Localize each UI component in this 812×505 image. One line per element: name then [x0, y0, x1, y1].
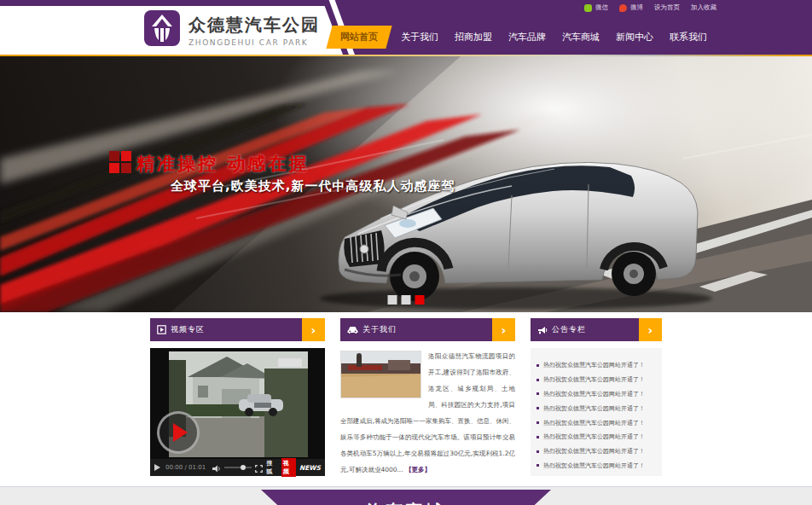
carousel-dot-2[interactable]	[402, 295, 411, 305]
nav-item-contact[interactable]: 联系我们	[665, 31, 711, 44]
video-more-arrow[interactable]: ›	[302, 318, 325, 341]
video-section-title: 视频专区	[171, 324, 205, 335]
hero-banner: 精准操控 动感在握 全球平台,欧美技术,新一代中高级私人动感座驾	[0, 56, 812, 312]
notice-more-arrow[interactable]: ›	[639, 318, 662, 341]
add-favorite-link[interactable]: 加入收藏	[691, 3, 716, 12]
notice-item[interactable]: 热烈祝贺众德慧汽车公园网站开通了！	[536, 401, 656, 415]
volume-icon[interactable]	[212, 460, 221, 476]
about-more-link[interactable]: 【更多】	[405, 466, 431, 473]
nav-item-about[interactable]: 关于我们	[397, 31, 443, 44]
notice-column: 公告专栏 › 热烈祝贺众德慧汽车公园网站开通了！ 热烈祝贺众德慧汽车公园网站开通…	[531, 318, 662, 476]
nav-item-brands[interactable]: 汽车品牌	[504, 31, 550, 44]
notice-item[interactable]: 热烈祝贺众德慧汽车公园网站开通了！	[536, 415, 656, 430]
video-section-header: 视频专区 ›	[150, 318, 325, 341]
content-section: 视频专区 ›	[0, 312, 812, 486]
car-icon	[347, 326, 358, 334]
bullet-icon	[536, 421, 539, 424]
video-player[interactable]: 00:00 / 01:01 搜狐 视频 NEWS	[150, 348, 325, 476]
logo-english: ZHONGDEHUI CAR PARK	[188, 38, 320, 47]
bullet-icon	[536, 392, 539, 395]
about-section-header: 关于我们 ›	[340, 318, 515, 341]
bullet-icon	[536, 407, 539, 409]
video-play-button[interactable]	[157, 411, 200, 454]
footer-section-strip: 汽车商城	[0, 486, 812, 505]
about-column: 关于我们 › 洛阳众德慧汽车物流园项目的开工,建设得	[340, 318, 515, 476]
play-icon	[173, 423, 188, 442]
wechat-link[interactable]: 微信	[584, 3, 608, 12]
nav-item-home[interactable]: 网站首页	[326, 26, 392, 49]
logo-name: 众德慧汽车公园	[188, 14, 320, 37]
wechat-icon	[584, 4, 592, 12]
notice-item[interactable]: 热烈祝贺众德慧汽车公园网站开通了！	[536, 358, 656, 373]
site-logo[interactable]: 众德慧汽车公园 ZHONGDEHUI CAR PARK	[143, 9, 320, 50]
weibo-link[interactable]: 微博	[619, 3, 643, 12]
nav-item-news[interactable]: 新闻中心	[612, 31, 658, 44]
carousel-dot-3[interactable]	[415, 295, 425, 305]
logo-text: 众德慧汽车公园 ZHONGDEHUI CAR PARK	[188, 14, 320, 47]
bullet-icon	[536, 436, 539, 438]
notice-list: 热烈祝贺众德慧汽车公园网站开通了！ 热烈祝贺众德慧汽车公园网站开通了！ 热烈祝贺…	[531, 348, 662, 476]
nav-item-mall[interactable]: 汽车商城	[558, 31, 604, 44]
logo-lotus-icon	[143, 9, 181, 50]
shipin-brand: 视频	[281, 458, 296, 477]
hero-headline: 精准操控 动感在握	[136, 152, 309, 176]
bullet-icon	[536, 379, 539, 381]
about-section-title: 关于我们	[362, 324, 397, 335]
topbar-links: 微信 微博 设为首页 加入收藏	[584, 3, 716, 13]
nav-item-join[interactable]: 招商加盟	[450, 31, 496, 44]
notice-item[interactable]: 热烈祝贺众德慧汽车公园网站开通了！	[536, 444, 656, 459]
notice-item[interactable]: 热烈祝贺众德慧汽车公园网站开通了！	[536, 459, 656, 473]
sohu-brand: 搜狐	[266, 459, 277, 476]
video-time: 00:00 / 01:01	[165, 464, 206, 471]
notice-item[interactable]: 热烈祝贺众德慧汽车公园网站开通了！	[536, 373, 656, 387]
weibo-icon	[619, 4, 627, 12]
bullet-icon	[536, 450, 539, 453]
hero-red-grid-icon	[109, 151, 131, 173]
about-more-arrow[interactable]: ›	[492, 318, 515, 341]
notice-item[interactable]: 热烈祝贺众德慧汽车公园网站开通了！	[536, 430, 656, 444]
notice-item[interactable]: 热烈祝贺众德慧汽车公园网站开通了！	[536, 387, 656, 402]
main-nav: 网站首页 关于我们 招商加盟 汽车品牌 汽车商城 新闻中心 联系我们	[329, 25, 711, 49]
news-brand: NEWS	[299, 464, 321, 472]
notice-section-header: 公告专栏 ›	[531, 318, 662, 341]
carousel-dot-1[interactable]	[388, 295, 397, 305]
notice-section-title: 公告专栏	[552, 324, 586, 335]
video-icon	[157, 325, 166, 334]
carousel-dots	[388, 295, 425, 305]
control-play-icon[interactable]	[154, 464, 160, 471]
about-content: 洛阳众德慧汽车物流园项目的开工,建设得到了洛阳市政府、洛龙区、城乡规划局、土地局…	[340, 348, 515, 476]
fullscreen-icon[interactable]	[255, 460, 263, 476]
volume-slider[interactable]	[224, 467, 252, 468]
bullet-icon	[536, 364, 539, 367]
set-home-link[interactable]: 设为首页	[654, 3, 680, 12]
hero-subline: 全球平台,欧美技术,新一代中高级私人动感座驾	[171, 178, 455, 194]
bullet-icon	[536, 464, 539, 467]
site-header: 众德慧汽车公园 ZHONGDEHUI CAR PARK 微信 微博 设为首页 加…	[0, 0, 812, 55]
video-column: 视频专区 ›	[150, 318, 325, 476]
video-controls: 00:00 / 01:01 搜狐 视频 NEWS	[150, 459, 325, 476]
about-photo	[340, 351, 421, 398]
megaphone-icon	[537, 326, 548, 334]
section-title: 汽车商城	[261, 500, 551, 505]
section-title-banner: 汽车商城	[261, 490, 551, 505]
